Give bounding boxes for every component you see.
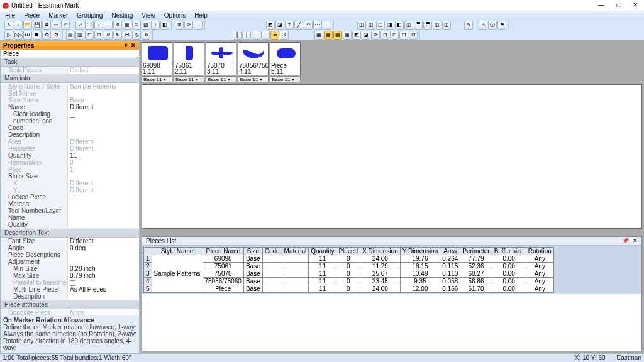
nh-icon[interactable]: ⊡ (380, 31, 389, 40)
g4-icon[interactable]: ◨ (386, 21, 394, 30)
na-icon[interactable]: ▦ (314, 31, 323, 40)
pieces-table[interactable]: Style NamePiece NameSizeCodeMaterialQuan… (143, 247, 554, 293)
g2-icon[interactable]: ◫ (367, 21, 375, 30)
ffe-icon[interactable]: ⏭ (23, 31, 32, 40)
print-icon[interactable]: 🖶 (42, 21, 51, 30)
thumb-1[interactable]: 750612:11Base 11 ▾ (174, 42, 204, 82)
marker-canvas[interactable] (142, 84, 642, 229)
thumb-4[interactable]: Piece5:11Base 11 ▾ (270, 42, 301, 82)
nb-icon[interactable]: ▦ (324, 31, 333, 40)
flag-icon[interactable]: ⚑ (497, 21, 506, 30)
ng-icon[interactable]: ⟳ (371, 31, 380, 40)
g1-icon[interactable]: ◫ (357, 21, 366, 30)
cfg2-icon[interactable]: ⚙ (52, 31, 60, 40)
g3-icon[interactable]: ◫ (376, 21, 385, 30)
sb-icon[interactable]: ▥ (75, 31, 84, 40)
al-r-icon[interactable]: ⎮ (242, 31, 251, 40)
g10-icon[interactable]: ◫ (442, 21, 451, 30)
si-icon[interactable]: ⊗ (142, 31, 150, 40)
close-icon[interactable]: ✕ (633, 1, 638, 8)
g8-icon[interactable]: ≣ (423, 21, 432, 30)
sf-icon[interactable]: ↻ (113, 31, 122, 40)
ruler-icon[interactable]: ⟂ (151, 21, 160, 30)
g6-icon[interactable]: ◫ (404, 21, 413, 30)
ni-icon[interactable]: ⊡ (390, 31, 399, 40)
g9-icon[interactable]: ◫ (433, 21, 441, 30)
zoomout-icon[interactable]: － (104, 21, 113, 30)
nc-icon[interactable]: ▦ (333, 31, 342, 40)
menu-file[interactable]: File (5, 12, 15, 19)
pl-pin-icon[interactable]: 📌 (622, 238, 629, 244)
pan-icon[interactable]: ✥ (113, 21, 122, 30)
thumb-0[interactable]: 690981:11Base 11 ▾ (142, 42, 172, 82)
refresh-icon[interactable]: ⟳ (184, 21, 193, 30)
cut-icon[interactable]: ✂ (52, 21, 60, 30)
piece-a-icon[interactable]: ◩ (266, 21, 275, 30)
color-icon[interactable]: ◧ (160, 21, 169, 30)
grid-icon[interactable]: ▦ (123, 21, 131, 30)
thumb-2[interactable]: 750703:11Base 11 ▾ (206, 42, 236, 82)
v-task-pieces[interactable]: Global (67, 67, 139, 74)
info-icon[interactable]: ⓘ (488, 21, 497, 30)
panel-close-icon[interactable]: ✕ (130, 42, 136, 48)
sh-icon[interactable]: ◎ (132, 31, 141, 40)
al-t-icon[interactable]: ─ (252, 31, 260, 40)
cfg-icon[interactable]: ⚙ (42, 31, 51, 40)
nk-icon[interactable]: ⊡ (409, 31, 418, 40)
section-task[interactable]: Task (1, 57, 139, 67)
dim-icon[interactable]: ↔ (323, 21, 331, 30)
zoomin-icon[interactable]: ＋ (94, 21, 103, 30)
nj-icon[interactable]: ⊡ (399, 31, 408, 40)
open-icon[interactable]: 📂 (23, 21, 32, 30)
g7-icon[interactable]: ≣ (414, 21, 423, 30)
menu-nesting[interactable]: Nesting (111, 12, 133, 19)
minimize-icon[interactable]: — (598, 1, 604, 8)
nf-icon[interactable]: ◪ (362, 31, 370, 40)
section-main[interactable]: Main info (1, 74, 139, 83)
menu-help[interactable]: Help (194, 12, 208, 19)
zoomfit-icon[interactable]: ⛶ (85, 21, 94, 30)
pin-icon[interactable]: ▾ (123, 42, 129, 48)
properties-body[interactable]: Task Task PiecesGlobal Main info Style N… (1, 57, 139, 315)
pl-close-icon[interactable]: ✕ (633, 238, 638, 244)
sd-icon[interactable]: ⊞ (94, 31, 103, 40)
al-y-icon[interactable]: ⇕ (280, 31, 289, 40)
snap-icon[interactable]: ⊞ (175, 21, 184, 30)
list-icon[interactable]: ≡ (132, 21, 141, 30)
sg-icon[interactable]: ⦿ (123, 31, 131, 40)
boxes-icon[interactable]: ▧ (142, 21, 150, 30)
zoom1-icon[interactable]: ⤢ (75, 21, 84, 30)
piece-b-icon[interactable]: ◪ (275, 21, 284, 30)
save-icon[interactable]: 💾 (33, 21, 42, 30)
menu-marker[interactable]: Marker (48, 12, 68, 19)
undo-icon[interactable]: ↶ (61, 21, 70, 30)
menu-piece[interactable]: Piece (24, 12, 40, 19)
menu-options[interactable]: Options (164, 12, 186, 19)
al-l-icon[interactable]: ⎮ (233, 31, 242, 40)
ff-icon[interactable]: ▷▷ (14, 31, 23, 40)
text-icon[interactable]: T (285, 21, 294, 30)
arrowr-icon[interactable]: → (194, 21, 203, 30)
thumb-3[interactable]: 75056/750604:11Base 11 ▾ (238, 42, 269, 82)
warn-icon[interactable]: ⚠ (479, 21, 487, 30)
al-b-icon[interactable]: ─ (261, 31, 270, 40)
stop-icon[interactable]: ⏹ (33, 31, 42, 40)
section-desc[interactable]: Description Text (1, 228, 139, 238)
sc-icon[interactable]: ⊡ (85, 31, 94, 40)
pen-icon[interactable]: ✎ (464, 21, 473, 30)
arc-icon[interactable]: ◠ (304, 21, 313, 30)
menu-grouping[interactable]: Grouping (77, 12, 103, 19)
se-icon[interactable]: ↺ (104, 31, 113, 40)
play-icon[interactable]: ▷ (4, 31, 13, 40)
maximize-icon[interactable]: ▭ (616, 1, 621, 8)
cursor-icon[interactable]: ↖ (4, 21, 13, 30)
canvas[interactable]: Pieces List📌✕ Style NamePiece NameSizeCo… (142, 84, 642, 351)
line-icon[interactable]: ╱ (294, 21, 303, 30)
section-attrs[interactable]: Piece attributes (1, 300, 139, 309)
ne-icon[interactable]: ◩ (352, 31, 361, 40)
curve-icon[interactable]: 〰 (313, 21, 322, 30)
nd-icon[interactable]: ▦ (343, 31, 352, 40)
menu-view[interactable]: View (142, 12, 155, 19)
new-icon[interactable]: ▫ (14, 21, 23, 30)
g5-icon[interactable]: ◧ (395, 21, 404, 30)
